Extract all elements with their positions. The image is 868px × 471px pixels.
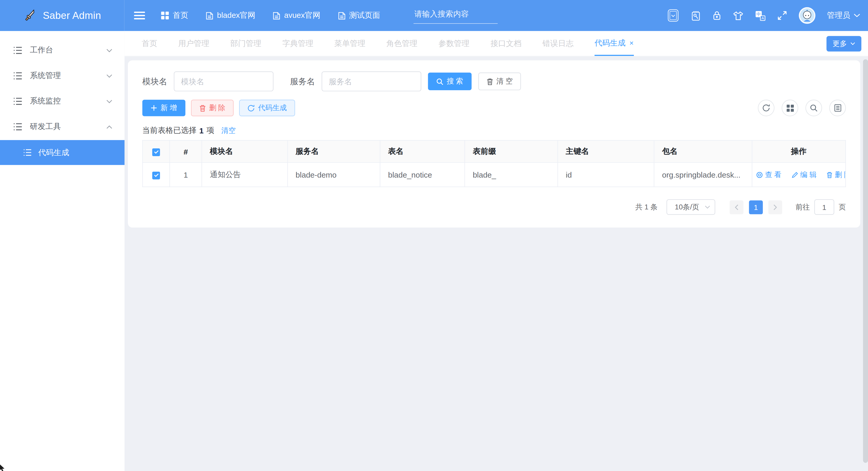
table-header-row: # 模块名 服务名 表名 表前缀 主键名 包名 操作 — [143, 140, 845, 163]
topbar-right-icons: 中 A — [667, 7, 860, 24]
search-button[interactable]: 搜 索 — [428, 73, 471, 91]
add-label: 新 增 — [160, 103, 177, 113]
tab-menu-mgmt[interactable]: 菜单管理 — [335, 31, 366, 56]
tab-code-generation-active[interactable]: 代码生成 × — [594, 31, 633, 56]
sidebar-item-system-mgmt[interactable]: 系统管理 — [0, 63, 125, 89]
tab-dict-mgmt[interactable]: 字典管理 — [282, 31, 313, 56]
svg-text:A: A — [762, 15, 764, 20]
trash-icon — [199, 104, 206, 112]
cell-service: blade-demo — [288, 163, 380, 187]
tab-user-mgmt[interactable]: 用户管理 — [178, 31, 209, 56]
user-name-label: 管理员 — [827, 10, 850, 21]
chevron-down-icon — [106, 99, 113, 103]
sidebar-item-code-generation[interactable]: 代码生成 — [0, 140, 125, 165]
top-menu-home[interactable]: 首页 — [161, 10, 188, 21]
top-search-input[interactable]: 请输入搜索内容 — [413, 7, 498, 24]
table-menu-icon[interactable] — [829, 99, 846, 116]
trash-icon — [826, 171, 833, 178]
prev-page-button[interactable] — [730, 200, 744, 214]
delete-label: 删 除 — [209, 103, 225, 113]
delete-row-link[interactable]: 删 除 — [826, 169, 845, 180]
more-tabs-button[interactable]: 更多 — [826, 36, 861, 52]
top-menu-bladex[interactable]: bladex官网 — [206, 10, 255, 21]
chevron-down-icon — [106, 74, 113, 78]
selection-count: 1 — [199, 126, 204, 135]
top-menu-avuex[interactable]: avuex官网 — [273, 10, 320, 21]
page-size-select[interactable]: 10条/页 — [666, 199, 715, 215]
eye-icon — [756, 171, 763, 178]
service-name-input[interactable] — [321, 71, 421, 91]
tag-collapse-icon[interactable] — [667, 9, 679, 22]
pagination: 共 1 条 10条/页 1 — [142, 199, 846, 215]
cell-prefix: blade_ — [465, 163, 558, 187]
cell-module: 通知公告 — [202, 163, 288, 187]
sidebar-item-workbench[interactable]: 工作台 — [0, 38, 125, 63]
tab-error-log[interactable]: 错误日志 — [542, 31, 574, 56]
clear-selection-link[interactable]: 清空 — [221, 126, 236, 136]
delete-label: 删 除 — [835, 169, 846, 180]
col-header-prefix: 表前缀 — [465, 140, 558, 163]
tab-param-mgmt[interactable]: 参数管理 — [438, 31, 469, 56]
view-row-link[interactable]: 查 看 — [756, 169, 781, 180]
delete-button[interactable]: 删 除 — [191, 99, 234, 116]
cell-table-name: blade_notice — [380, 163, 465, 187]
grid-icon — [161, 12, 169, 20]
tab-role-mgmt[interactable]: 角色管理 — [386, 31, 417, 56]
module-name-input[interactable] — [174, 71, 273, 91]
fullscreen-icon[interactable] — [777, 10, 787, 21]
sidebar-item-label: 代码生成 — [38, 148, 69, 158]
table-toolbar — [758, 99, 846, 116]
tab-label: 代码生成 — [594, 38, 625, 48]
list-menu-icon — [13, 46, 22, 54]
refresh-table-icon[interactable] — [758, 99, 774, 116]
sidebar: 工作台 系统管理 — [0, 31, 125, 471]
add-button[interactable]: 新 增 — [142, 99, 185, 116]
col-header-service: 服务名 — [288, 140, 380, 163]
sidebar-item-dev-tools[interactable]: 研发工具 — [0, 114, 125, 139]
clear-filters-button[interactable]: 清 空 — [478, 73, 521, 91]
top-menu-testpage[interactable]: 测试页面 — [338, 10, 380, 21]
generate-label: 代码生成 — [258, 103, 287, 113]
tab-home[interactable]: 首页 — [142, 31, 157, 56]
col-header-table: 表名 — [380, 140, 465, 163]
debug-tool-icon[interactable] — [691, 10, 701, 21]
cell-index: 1 — [169, 163, 202, 187]
goto-page-input[interactable] — [814, 199, 834, 215]
select-all-checkbox[interactable] — [152, 148, 160, 156]
tab-api-doc[interactable]: 接口文档 — [490, 31, 521, 56]
selection-suffix: 项 — [206, 126, 214, 136]
user-menu[interactable]: 管理员 — [827, 10, 860, 21]
trash-icon — [487, 78, 493, 85]
sword-logo-icon — [23, 8, 37, 23]
column-settings-icon[interactable] — [782, 99, 798, 116]
close-tab-icon[interactable]: × — [629, 39, 633, 46]
selection-prefix: 当前表格已选择 — [142, 126, 196, 136]
list-menu-icon — [13, 72, 22, 80]
total-count-label: 共 1 条 — [636, 202, 658, 212]
code-generate-button[interactable]: 代码生成 — [239, 99, 295, 116]
sidebar-item-system-monitor[interactable]: 系统监控 — [0, 89, 125, 114]
translate-icon[interactable]: 中 A — [755, 10, 766, 21]
row-checkbox[interactable] — [152, 171, 160, 179]
page-size-value: 10条/页 — [675, 202, 699, 212]
collapse-menu-icon[interactable] — [130, 6, 149, 25]
search-icon — [436, 78, 443, 85]
user-avatar[interactable] — [799, 7, 815, 24]
theme-shirt-icon[interactable] — [733, 11, 743, 20]
tab-dept-mgmt[interactable]: 部门管理 — [230, 31, 261, 56]
app-title: Saber Admin — [43, 9, 101, 21]
next-page-button[interactable] — [769, 200, 782, 214]
page-1-button[interactable]: 1 — [749, 200, 763, 214]
vertical-scrollbar[interactable] — [863, 59, 868, 463]
col-header-index: # — [169, 140, 202, 163]
selection-summary: 当前表格已选择 1 项 清空 — [142, 126, 846, 136]
top-menu-label: bladex官网 — [217, 10, 255, 21]
top-menu-label: 首页 — [173, 10, 188, 21]
cell-pk: id — [558, 163, 654, 187]
view-label: 查 看 — [765, 169, 781, 180]
lock-icon[interactable] — [712, 10, 721, 21]
edit-row-link[interactable]: 编 辑 — [791, 169, 816, 180]
sidebar-item-label: 工作台 — [30, 45, 53, 56]
search-toggle-icon[interactable] — [805, 99, 822, 116]
top-menu-label: avuex官网 — [284, 10, 320, 21]
